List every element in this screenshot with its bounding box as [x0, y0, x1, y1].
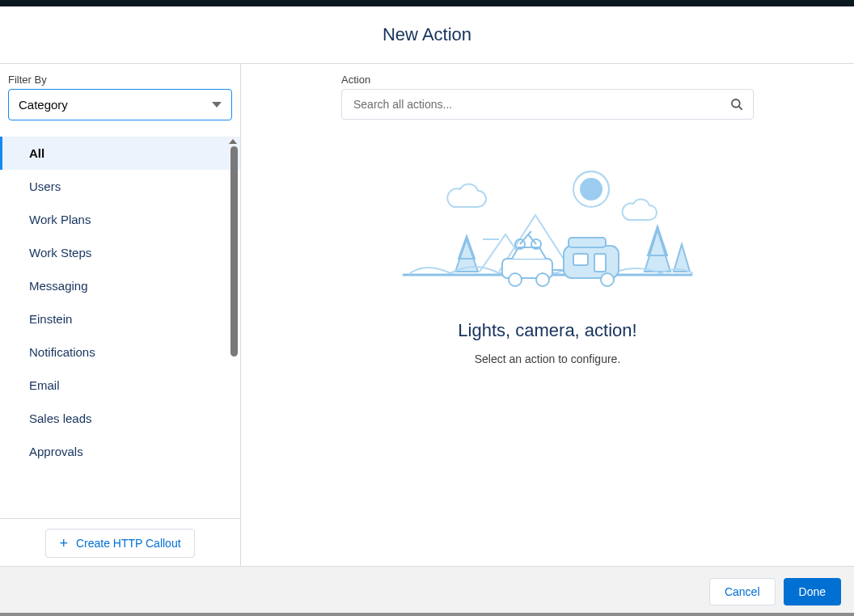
empty-state-title: Lights, camera, action!	[341, 320, 754, 341]
create-http-callout-button[interactable]: + Create HTTP Callout	[45, 529, 194, 558]
filter-section: Filter By Category	[0, 74, 240, 120]
search-input[interactable]	[341, 89, 754, 120]
svg-rect-8	[594, 254, 606, 272]
category-list: All Users Work Plans Work Steps Messagin…	[0, 137, 240, 468]
category-label: Email	[29, 378, 60, 392]
svg-point-2	[580, 178, 602, 200]
category-label: Messaging	[29, 279, 88, 293]
sidebar-footer: + Create HTTP Callout	[0, 518, 240, 567]
scroll-up-icon	[229, 139, 237, 144]
category-label: Work Plans	[29, 213, 91, 226]
modal-footer: Cancel Done	[0, 566, 854, 616]
category-label: All	[29, 146, 44, 160]
search-wrap	[341, 89, 754, 120]
category-label: Approvals	[29, 445, 83, 458]
svg-rect-6	[569, 238, 606, 247]
filter-by-label: Filter By	[8, 74, 232, 86]
category-item-email[interactable]: Email	[0, 369, 240, 402]
category-item-all[interactable]: All	[0, 137, 240, 170]
chevron-down-icon	[212, 102, 222, 108]
category-item-notifications[interactable]: Notifications	[0, 335, 240, 369]
road-trip-illustration-icon	[402, 157, 693, 294]
category-label: Users	[29, 179, 61, 193]
category-label: Notifications	[29, 345, 95, 359]
category-item-work-plans[interactable]: Work Plans	[0, 203, 240, 236]
filter-by-value: Category	[19, 98, 68, 112]
cancel-button[interactable]: Cancel	[709, 578, 776, 605]
category-item-einstein[interactable]: Einstein	[0, 302, 240, 335]
modal-header: New Action	[0, 6, 854, 63]
category-label: Work Steps	[29, 246, 91, 259]
empty-state-illustration	[341, 157, 754, 294]
main-panel: Action	[241, 64, 854, 567]
category-item-users[interactable]: Users	[0, 170, 240, 203]
done-button[interactable]: Done	[784, 578, 841, 605]
page-title: New Action	[0, 24, 854, 45]
content-area: Filter By Category All Users Work Plans …	[0, 64, 854, 567]
filter-by-select[interactable]: Category	[8, 89, 232, 120]
plus-icon: +	[59, 536, 68, 551]
svg-point-12	[536, 273, 549, 286]
category-item-sales-leads[interactable]: Sales leads	[0, 402, 240, 435]
svg-rect-7	[573, 254, 588, 265]
category-item-work-steps[interactable]: Work Steps	[0, 236, 240, 269]
category-list-container: All Users Work Plans Work Steps Messagin…	[0, 137, 240, 518]
category-label: Einstein	[29, 312, 72, 326]
svg-point-9	[601, 273, 614, 286]
svg-point-11	[509, 273, 522, 286]
bottom-shadow	[0, 613, 854, 616]
category-item-approvals[interactable]: Approvals	[0, 435, 240, 468]
empty-state-subtitle: Select an action to configure.	[341, 352, 754, 365]
scrollbar[interactable]	[230, 146, 238, 357]
sidebar: Filter By Category All Users Work Plans …	[0, 64, 241, 567]
category-item-messaging[interactable]: Messaging	[0, 269, 240, 302]
http-callout-label: Create HTTP Callout	[76, 537, 181, 550]
action-label: Action	[341, 74, 754, 86]
category-label: Sales leads	[29, 411, 92, 425]
top-bar	[0, 0, 854, 6]
